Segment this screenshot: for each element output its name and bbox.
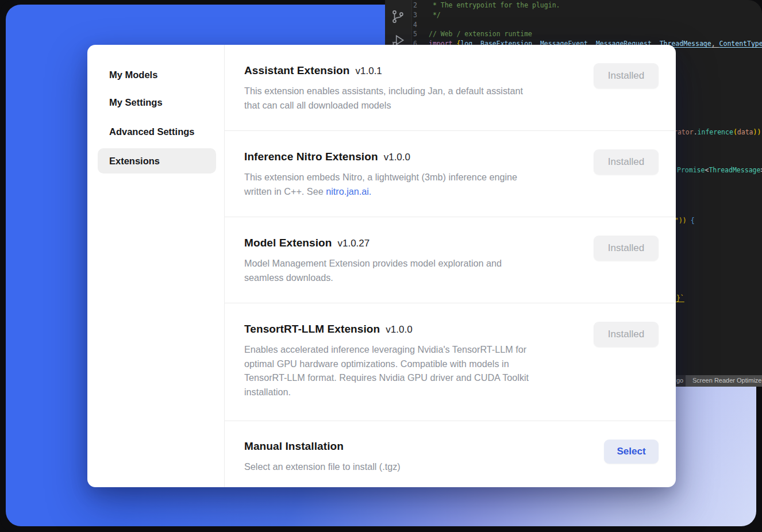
installed-button[interactable]: Installed	[594, 63, 659, 88]
code-line: 2 * The entrypoint for the plugin.	[385, 1, 762, 10]
extension-version: v1.0.27	[337, 238, 370, 249]
manual-installation-description: Select an extension file to install (.tg…	[244, 460, 615, 474]
installed-button[interactable]: Installed	[594, 322, 659, 347]
extension-row-tensorrt-llm: TensortRT-LLM Extension v1.0.0 Enables a…	[225, 303, 676, 421]
line-number: 5	[385, 29, 417, 39]
settings-sidebar: My Models My Settings Advanced Settings …	[87, 45, 225, 487]
desktop-screenshot: 2 * The entrypoint for the plugin. 3 */ …	[0, 0, 762, 532]
code-line: 5 // Web / extension runtime	[385, 29, 762, 39]
installed-button[interactable]: Installed	[594, 236, 659, 261]
settings-modal: My Models My Settings Advanced Settings …	[87, 45, 676, 487]
sidebar-item-advanced-settings[interactable]: Advanced Settings	[109, 126, 195, 137]
manual-installation-row: Manual Installation Select an extension …	[225, 421, 676, 487]
extension-version: v1.0.0	[384, 152, 410, 163]
code-fragment: rator.inference(data));	[674, 128, 762, 136]
code-line: 3 */	[385, 10, 762, 20]
extension-name: Model Extension	[244, 237, 332, 249]
extension-row-inference-nitro: Inference Nitro Extension v1.0.0 This ex…	[225, 131, 676, 217]
nitro-jan-ai-link[interactable]: nitro.jan.ai.	[326, 186, 371, 196]
sidebar-item-my-models[interactable]: My Models	[109, 70, 157, 80]
extension-description: Model Management Extension provides mode…	[244, 256, 615, 284]
code-editor: 2 * The entrypoint for the plugin. 3 */ …	[385, 1, 762, 49]
extension-description: Enables accelerated inference leveraging…	[244, 342, 615, 399]
extension-description: This extension embeds Nitro, a lightweig…	[244, 170, 615, 198]
sidebar-item-extensions-active[interactable]: Extensions	[98, 148, 216, 174]
sidebar-item-label: Extensions	[109, 156, 160, 167]
code-fragment: ")) {	[675, 217, 695, 225]
line-number: 3	[385, 10, 417, 20]
extension-version: v1.0.0	[386, 324, 412, 336]
code-fragment: Promise<ThreadMessage>	[677, 166, 762, 174]
installed-button[interactable]: Installed	[594, 149, 659, 175]
select-file-button[interactable]: Select	[604, 440, 659, 464]
line-number: 4	[385, 20, 417, 30]
extension-name: Inference Nitro Extension	[244, 151, 378, 163]
line-number: 2	[385, 1, 417, 10]
extensions-list: Assistant Extension v1.0.1 This extensio…	[225, 45, 676, 487]
code-line: 4	[385, 20, 762, 30]
extension-name: Assistant Extension	[244, 64, 350, 77]
sidebar-item-my-settings[interactable]: My Settings	[109, 97, 163, 108]
extension-row-model: Model Extension v1.0.27 Model Management…	[225, 217, 676, 303]
screen-reader-status-item[interactable]: Screen Reader Optimize	[686, 375, 762, 387]
section-title: Manual Installation	[244, 440, 344, 453]
extension-version: v1.0.1	[356, 65, 382, 77]
extension-name: TensortRT-LLM Extension	[244, 323, 380, 336]
status-bar-item[interactable]: go	[676, 377, 683, 384]
extension-description: This extension enables assistants, inclu…	[244, 84, 615, 112]
extension-row-assistant: Assistant Extension v1.0.1 This extensio…	[225, 45, 676, 131]
